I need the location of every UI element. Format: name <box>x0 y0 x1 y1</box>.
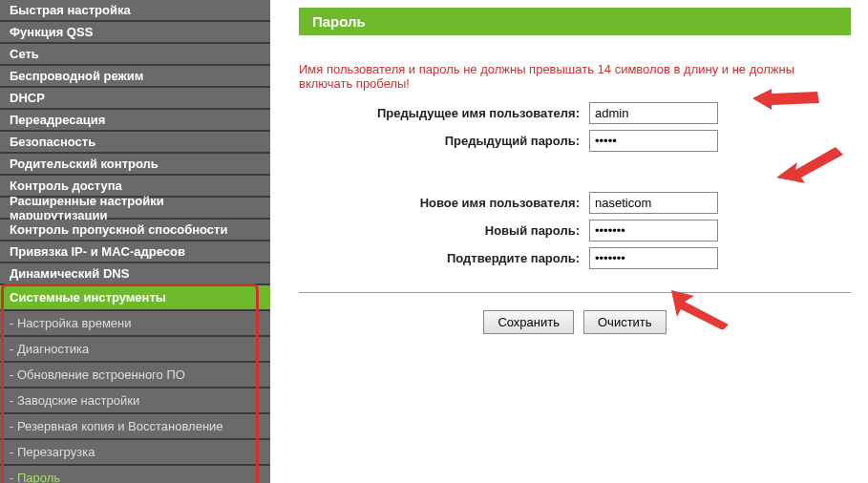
button-row: Сохранить Очистить <box>299 310 851 334</box>
divider <box>299 292 851 293</box>
main-content: Пароль Имя пользователя и пароль не долж… <box>270 0 868 483</box>
nav-quick-setup[interactable]: Быстрая настройка <box>0 0 270 22</box>
nav-system-tools[interactable]: Системные инструменты <box>0 285 270 311</box>
nav-sub-password[interactable]: - Пароль <box>0 466 270 483</box>
highlighted-section: Системные инструменты - Настройка времен… <box>0 285 270 483</box>
sidebar: Быстрая настройка Функция QSS Сеть Беспр… <box>0 0 270 483</box>
row-confirm-pass: Подтвердите пароль: <box>299 247 851 269</box>
clear-button[interactable]: Очистить <box>583 310 667 334</box>
label-confirm-pass: Подтвердите пароль: <box>299 251 589 265</box>
page-title: Пароль <box>299 8 851 35</box>
nav-bandwidth[interactable]: Контроль пропускной способности <box>0 220 270 242</box>
label-new-pass: Новый пароль: <box>299 223 589 238</box>
nav-qss[interactable]: Функция QSS <box>0 22 270 44</box>
save-button[interactable]: Сохранить <box>483 310 574 334</box>
nav-forwarding[interactable]: Переадресация <box>0 110 270 132</box>
warning-text: Имя пользователя и пароль не должны прев… <box>299 62 851 91</box>
nav-wireless[interactable]: Беспроводной режим <box>0 66 270 88</box>
nav-security[interactable]: Безопасность <box>0 132 270 154</box>
nav-routing[interactable]: Расширенные настройки маршрутизации <box>0 198 270 220</box>
nav-parental[interactable]: Родительский контроль <box>0 154 270 176</box>
nav-network[interactable]: Сеть <box>0 44 270 66</box>
input-confirm-pass[interactable] <box>589 247 718 269</box>
nav-sub-time[interactable]: - Настройка времени <box>0 311 270 337</box>
input-prev-pass[interactable] <box>589 130 718 152</box>
label-prev-pass: Предыдущий пароль: <box>299 134 589 148</box>
nav-dhcp[interactable]: DHCP <box>0 88 270 110</box>
row-new-pass: Новый пароль: <box>299 220 851 242</box>
label-new-user: Новое имя пользователя: <box>299 196 589 210</box>
input-new-pass[interactable] <box>589 220 718 242</box>
nav-sub-reboot[interactable]: - Перезагрузка <box>0 440 270 466</box>
input-new-user[interactable] <box>589 192 718 214</box>
form-area: Имя пользователя и пароль не должны прев… <box>299 62 851 269</box>
nav-ipbind[interactable]: Привязка IP- и MAC-адресов <box>0 242 270 263</box>
label-prev-user: Предыдущее имя пользователя: <box>299 106 589 120</box>
nav-sub-diagnostics[interactable]: - Диагностика <box>0 337 270 363</box>
input-prev-user[interactable] <box>589 102 718 124</box>
row-prev-user: Предыдущее имя пользователя: <box>299 102 851 124</box>
row-new-user: Новое имя пользователя: <box>299 192 851 214</box>
nav-sub-firmware[interactable]: - Обновление встроенного ПО <box>0 363 270 388</box>
row-prev-pass: Предыдущий пароль: <box>299 130 851 152</box>
nav-sub-factory[interactable]: - Заводские настройки <box>0 388 270 414</box>
nav-sub-backup[interactable]: - Резервная копия и Восстановление <box>0 414 270 440</box>
nav-ddns[interactable]: Динамический DNS <box>0 263 270 285</box>
